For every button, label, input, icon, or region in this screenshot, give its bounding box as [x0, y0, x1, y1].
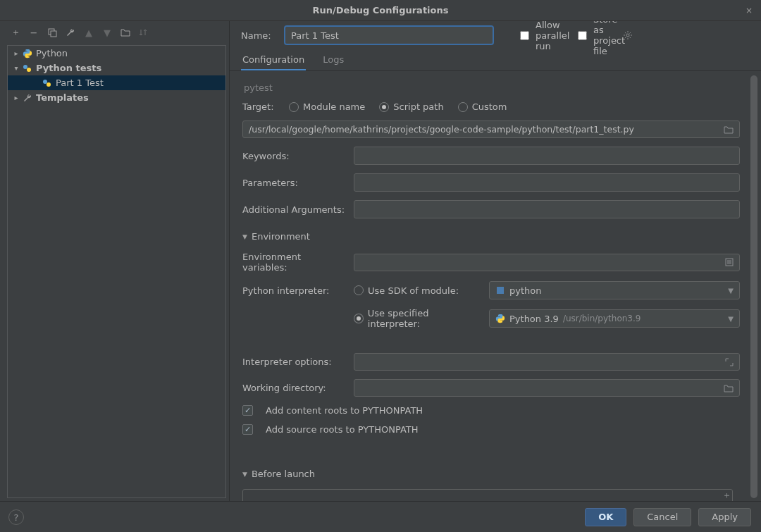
wrench-icon[interactable] — [65, 27, 76, 38]
allow-parallel-label: Allow parallel run — [536, 20, 569, 51]
python-interpreter-label: Python interpreter: — [242, 285, 347, 296]
additional-args-input[interactable] — [354, 200, 740, 218]
add-content-roots-label: Add content roots to PYTHONPATH — [266, 405, 423, 416]
radio-label: Use SDK of module: — [368, 285, 459, 296]
tree-label: Python tests — [36, 63, 101, 73]
pytest-icon — [42, 78, 53, 89]
radio-specified-interpreter[interactable]: Use specified interpreter: — [354, 308, 482, 329]
target-path-value: /usr/local/google/home/kathrins/projects… — [249, 124, 634, 135]
left-panel: ＋ − ▲ ▼ ▸ — [0, 21, 230, 501]
working-directory-row: Working directory: — [242, 379, 740, 397]
run-debug-configurations-dialog: Run/Debug Configurations × ＋ − ▲ ▼ — [0, 0, 761, 532]
radio-dot — [354, 314, 364, 323]
chevron-down-icon: ▼ — [728, 287, 734, 295]
env-vars-label: Environment variables: — [242, 252, 347, 273]
keywords-input[interactable] — [354, 147, 740, 165]
wrench-icon — [22, 92, 33, 104]
tree-toolbar: ＋ − ▲ ▼ — [0, 21, 229, 44]
folder-icon[interactable] — [724, 125, 734, 134]
allow-parallel-checkbox[interactable]: Allow parallel run — [517, 20, 551, 51]
allow-parallel-box[interactable] — [520, 30, 529, 41]
additional-args-row: Additional Arguments: — [242, 200, 740, 218]
up-icon[interactable]: ▲ — [83, 27, 94, 38]
pytest-section-label: pytest — [244, 82, 750, 93]
chevron-down-icon[interactable]: ▾ — [12, 64, 20, 72]
add-source-roots-row[interactable]: Add source roots to PYTHONPATH — [242, 424, 740, 435]
parameters-label: Parameters: — [242, 178, 347, 188]
ok-button[interactable]: OK — [585, 508, 626, 526]
environment-section-header[interactable]: ▼ Environment — [242, 231, 740, 242]
add-content-roots-row[interactable]: Add content roots to PYTHONPATH — [242, 405, 740, 416]
apply-button[interactable]: Apply — [698, 508, 751, 526]
copy-icon[interactable] — [47, 27, 58, 38]
cancel-button[interactable]: Cancel — [633, 508, 691, 526]
before-launch-label: Before launch — [252, 469, 315, 479]
radio-sdk-module[interactable]: Use SDK of module: — [354, 285, 482, 296]
help-icon[interactable]: ? — [8, 509, 24, 525]
svg-rect-1 — [51, 31, 56, 37]
svg-point-6 — [626, 34, 629, 37]
keywords-row: Keywords: — [242, 147, 740, 165]
svg-point-3 — [27, 68, 31, 72]
environment-label: Environment — [252, 231, 310, 242]
remove-icon[interactable]: − — [28, 27, 39, 38]
down-icon[interactable]: ▼ — [101, 27, 113, 38]
tree-node-templates[interactable]: ▸ Templates — [8, 90, 225, 105]
before-launch-list[interactable]: ＋ − — [242, 489, 733, 501]
radio-script-path[interactable]: Script path — [379, 101, 443, 112]
tree-node-part1-test[interactable]: Part 1 Test — [8, 75, 225, 90]
target-path-field[interactable]: /usr/local/google/home/kathrins/projects… — [242, 120, 740, 138]
python-icon — [22, 48, 33, 59]
svg-point-4 — [43, 80, 47, 84]
close-icon[interactable]: × — [745, 6, 754, 14]
target-radios: Module name Script path Custom — [289, 101, 507, 112]
chevron-down-icon: ▼ — [242, 471, 247, 478]
tree-label: Templates — [36, 92, 89, 103]
tab-logs[interactable]: Logs — [321, 49, 345, 70]
radio-label: Module name — [303, 101, 365, 112]
name-row: Name: Allow parallel run Store as projec… — [230, 21, 761, 49]
working-directory-field[interactable] — [354, 379, 740, 397]
configurations-tree[interactable]: ▸ Python ▾ Python tests — [7, 45, 226, 498]
gear-icon[interactable] — [623, 30, 633, 40]
add-icon[interactable]: ＋ — [10, 27, 21, 38]
checkbox-checked-icon[interactable] — [242, 424, 253, 435]
chevron-right-icon[interactable]: ▸ — [12, 49, 20, 57]
folder-icon[interactable] — [724, 384, 734, 392]
tab-configuration[interactable]: Configuration — [241, 49, 306, 70]
tree-node-python-tests[interactable]: ▾ Python tests — [8, 61, 225, 75]
dialog-body: ＋ − ▲ ▼ ▸ — [0, 21, 761, 501]
radio-dot — [458, 102, 468, 112]
folder-icon[interactable] — [120, 27, 131, 38]
right-panel: Name: Allow parallel run Store as projec… — [230, 21, 761, 501]
target-label: Target: — [242, 101, 282, 112]
parameters-input[interactable] — [354, 173, 740, 192]
store-project-box[interactable] — [578, 30, 587, 41]
interpreter-options-field[interactable] — [354, 353, 740, 371]
sdk-module-select[interactable]: python ▼ — [489, 281, 740, 299]
svg-rect-11 — [497, 287, 504, 294]
interpreter-options-row: Interpreter options: — [242, 353, 740, 371]
name-input[interactable] — [285, 26, 493, 44]
list-icon[interactable] — [725, 258, 734, 266]
specified-interpreter-select[interactable]: Python 3.9 /usr/bin/python3.9 ▼ — [489, 309, 740, 328]
add-icon[interactable]: ＋ — [719, 488, 734, 501]
radio-custom[interactable]: Custom — [458, 101, 507, 112]
sort-icon[interactable] — [138, 27, 149, 38]
dialog-title: Run/Debug Configurations — [313, 5, 449, 16]
tree-node-python[interactable]: ▸ Python — [8, 46, 225, 61]
working-directory-label: Working directory: — [242, 383, 347, 393]
radio-module-name[interactable]: Module name — [289, 101, 365, 112]
tabs: Configuration Logs — [230, 49, 761, 71]
expand-icon[interactable] — [725, 358, 734, 366]
scrollbar-thumb[interactable] — [750, 75, 757, 498]
pytest-icon — [22, 63, 33, 74]
checkbox-checked-icon[interactable] — [242, 405, 253, 416]
env-vars-row: Environment variables: — [242, 252, 740, 273]
chevron-right-icon[interactable]: ▸ — [12, 94, 20, 101]
interpreter-name: Python 3.9 — [509, 314, 559, 324]
parameters-row: Parameters: — [242, 173, 740, 192]
env-vars-field[interactable] — [354, 254, 740, 271]
target-row: Target: Module name Script path — [242, 101, 740, 112]
before-launch-section-header[interactable]: ▼ Before launch — [242, 469, 740, 479]
